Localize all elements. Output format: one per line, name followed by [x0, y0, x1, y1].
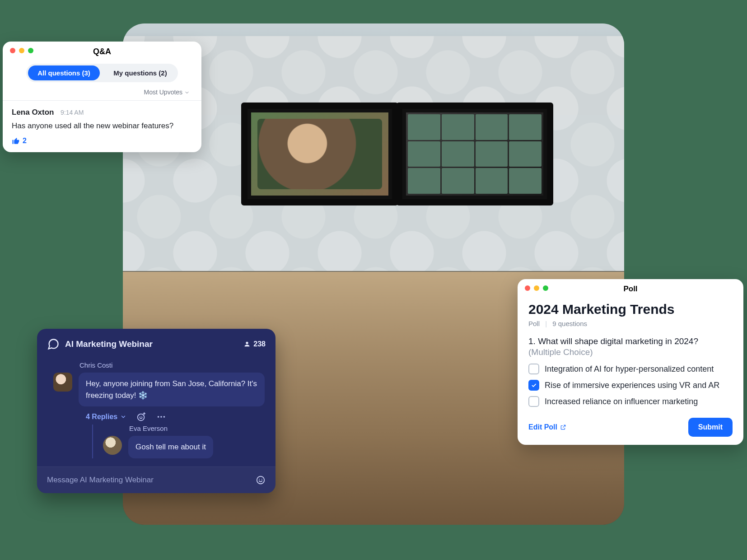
close-icon[interactable]	[10, 48, 15, 53]
minimize-icon[interactable]	[534, 285, 539, 291]
avatar[interactable]	[103, 436, 122, 455]
add-reaction-button[interactable]	[136, 412, 146, 422]
minimize-icon[interactable]	[19, 48, 24, 53]
chevron-down-icon	[184, 90, 190, 95]
svg-point-1	[158, 416, 159, 418]
svg-point-0	[138, 414, 145, 421]
maximize-icon[interactable]	[28, 48, 33, 53]
question-author: Lena Oxton	[12, 108, 54, 117]
chat-title: AI Marketing Webinar	[65, 339, 238, 349]
replies-toggle[interactable]: 4 Replies	[86, 413, 126, 421]
emoji-icon[interactable]	[256, 475, 266, 485]
upvote-count: 2	[23, 137, 27, 145]
chat-message: Chris Costi Hey, anyone joining from San…	[37, 359, 275, 458]
sort-dropdown[interactable]: Most Upvotes	[3, 87, 201, 100]
thumbs-up-icon	[12, 137, 20, 145]
reply-bubble: Gosh tell me about it	[128, 436, 213, 458]
poll-question-type: (Multiple Choice)	[528, 347, 733, 357]
reply-thread: Eva Everson Gosh tell me about it	[92, 425, 266, 458]
checkbox-icon	[528, 396, 539, 407]
question-time: 9:14 AM	[61, 109, 84, 116]
qa-panel: Q&A All questions (3) My questions (2) M…	[3, 42, 201, 152]
poll-option[interactable]: Rise of immersive experiences using VR a…	[528, 380, 733, 391]
svg-point-3	[163, 416, 165, 418]
composer-placeholder: Message AI Marketing Webinar	[47, 476, 154, 485]
avatar[interactable]	[53, 373, 72, 392]
poll-option[interactable]: Increased reliance on influencer marketi…	[528, 396, 733, 407]
checkbox-checked-icon	[528, 380, 539, 391]
upvote-button[interactable]: 2	[12, 137, 192, 145]
message-bubble: Hey, anyone joining from San Jose, Calif…	[79, 373, 265, 406]
attendee-count[interactable]: 238	[243, 340, 266, 348]
chevron-down-icon	[120, 414, 126, 420]
maximize-icon[interactable]	[543, 285, 548, 291]
poll-option-label: Increased reliance on influencer marketi…	[545, 397, 698, 406]
poll-options: Integration of AI for hyper-personalized…	[528, 364, 733, 407]
emoji-plus-icon	[136, 412, 146, 422]
poll-question: 1. What will shape digital marketing in …	[528, 336, 733, 346]
tab-my-questions[interactable]: My questions (2)	[104, 65, 176, 80]
submit-button[interactable]: Submit	[688, 418, 733, 437]
external-link-icon	[560, 424, 566, 430]
edit-poll-link[interactable]: Edit Poll	[528, 423, 566, 431]
person-icon	[243, 341, 251, 348]
chat-icon	[47, 338, 60, 350]
message-author: Chris Costi	[79, 361, 266, 369]
poll-heading: 2024 Marketing Trends	[528, 302, 733, 317]
close-icon[interactable]	[525, 285, 530, 291]
tab-all-questions[interactable]: All questions (3)	[28, 65, 100, 80]
poll-option[interactable]: Integration of AI for hyper-personalized…	[528, 364, 733, 374]
question-item: Lena Oxton 9:14 AM Has anyone used all t…	[3, 101, 201, 149]
message-composer[interactable]: Message AI Marketing Webinar	[37, 467, 275, 493]
svg-point-4	[257, 476, 265, 484]
poll-option-label: Integration of AI for hyper-personalized…	[545, 364, 714, 374]
checkbox-icon	[528, 364, 539, 374]
poll-subheading: Poll | 9 questions	[528, 320, 733, 327]
sort-label: Most Upvotes	[144, 89, 183, 96]
qa-tabs: All questions (3) My questions (2)	[26, 64, 178, 82]
poll-window-title: Poll	[518, 285, 743, 294]
poll-option-label: Rise of immersive experiences using VR a…	[545, 381, 719, 390]
more-options-button[interactable]	[156, 412, 166, 422]
svg-point-2	[160, 416, 162, 418]
chat-panel: AI Marketing Webinar 238 Chris Costi Hey…	[37, 329, 275, 493]
question-text: Has anyone used all the new webinar feat…	[12, 121, 192, 131]
more-horizontal-icon	[156, 412, 166, 422]
reply-author: Eva Everson	[129, 425, 266, 432]
poll-panel: Poll 2024 Marketing Trends Poll | 9 ques…	[518, 279, 743, 445]
